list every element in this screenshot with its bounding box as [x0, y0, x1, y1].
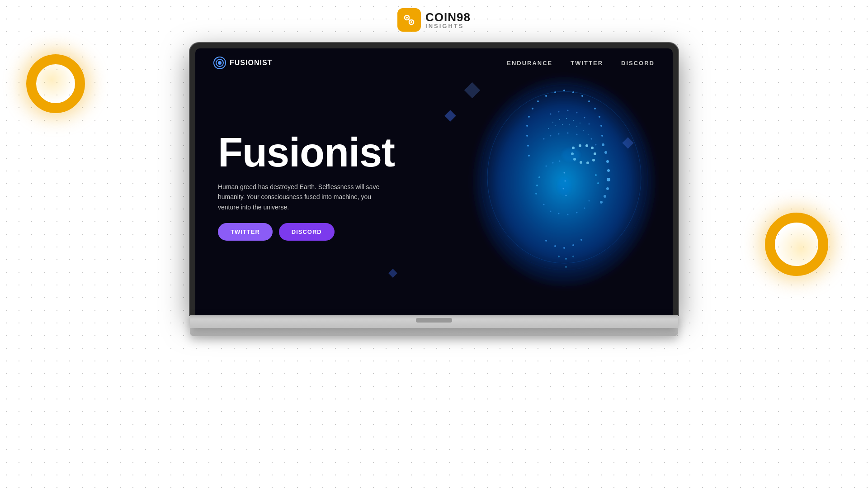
laptop-bottom-bar	[190, 328, 678, 336]
svg-point-5	[410, 21, 412, 23]
nav-link-endurance[interactable]: ENDURANCE	[507, 60, 552, 66]
coin98-logo-icon	[401, 12, 417, 28]
fusionist-nav-links: ENDURANCE TWITTER DISCORD	[507, 60, 655, 66]
fusionist-logo-icon	[213, 57, 226, 69]
laptop-device: FUSIONIST ENDURANCE TWITTER DISCORD Fusi…	[190, 43, 678, 336]
site-header: COIN98 INSIGHTS	[397, 8, 471, 32]
laptop-screen: FUSIONIST ENDURANCE TWITTER DISCORD Fusi…	[195, 48, 673, 315]
gold-ring-left	[26, 54, 85, 113]
fusionist-hero-description: Human greed has destroyed Earth. Selfles…	[218, 182, 381, 212]
coin98-brand-subtitle: INSIGHTS	[425, 23, 471, 29]
fusionist-hero: Fusionist Human greed has destroyed Eart…	[195, 48, 673, 315]
laptop-base	[190, 315, 678, 328]
coin98-logo-box[interactable]	[397, 8, 421, 32]
svg-point-4	[406, 17, 408, 19]
gold-ring-right	[765, 213, 828, 276]
nav-link-twitter[interactable]: TWITTER	[571, 60, 603, 66]
fusionist-logo-text: FUSIONIST	[230, 59, 272, 67]
fusionist-logo[interactable]: FUSIONIST	[213, 57, 272, 69]
coin98-text-block: COIN98 INSIGHTS	[425, 11, 471, 29]
fusionist-discord-button[interactable]: DISCORD	[279, 223, 335, 241]
fusionist-twitter-button[interactable]: TWITTER	[218, 223, 273, 241]
fusionist-navbar: FUSIONIST ENDURANCE TWITTER DISCORD	[195, 48, 673, 77]
laptop-screen-frame: FUSIONIST ENDURANCE TWITTER DISCORD Fusi…	[190, 43, 678, 315]
coin98-brand-name: COIN98	[425, 11, 471, 23]
nav-link-discord[interactable]: DISCORD	[621, 60, 655, 66]
fusionist-hero-title: Fusionist	[218, 132, 650, 173]
fusionist-cta-buttons: TWITTER DISCORD	[218, 223, 650, 241]
